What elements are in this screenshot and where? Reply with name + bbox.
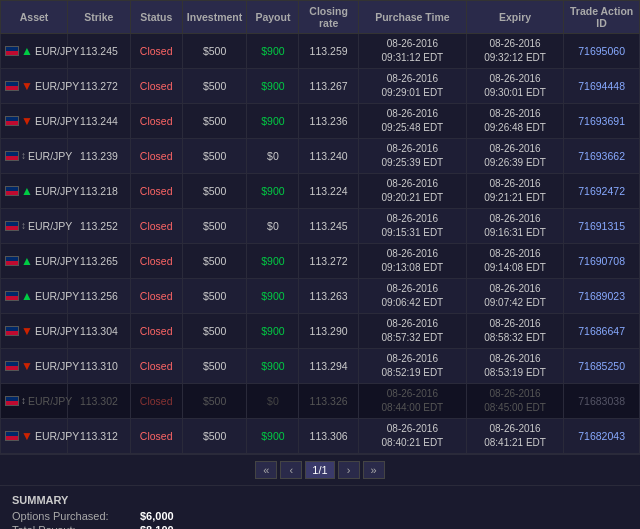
flag-icon [5, 291, 19, 301]
expiry-cell: 08-26-201608:53:19 EDT [466, 349, 563, 384]
flag-icon [5, 396, 19, 406]
options-purchased-row: Options Purchased: $6,000 [12, 510, 628, 522]
expiry-cell: 08-26-201609:21:21 EDT [466, 174, 563, 209]
asset-cell: ▲ EUR/JPY [1, 244, 68, 279]
direction-up-icon: ▲ [21, 44, 33, 58]
payout-cell: $900 [247, 104, 299, 139]
direction-down-icon: ▼ [21, 79, 33, 93]
purchase-time-cell: 08-26-201608:52:19 EDT [358, 349, 466, 384]
trade-id-cell: 71695060 [564, 34, 640, 69]
payout-cell: $900 [247, 174, 299, 209]
investment-cell: $500 [182, 244, 247, 279]
purchase-time-cell: 08-26-201609:13:08 EDT [358, 244, 466, 279]
table-row: ▼ EUR/JPY 113.310 Closed $500 $900 113.2… [1, 349, 640, 384]
col-header-status: Status [130, 1, 182, 34]
status-cell: Closed [130, 314, 182, 349]
last-page-button[interactable]: » [363, 461, 385, 479]
asset-cell: ↕ EUR/JPY [1, 139, 68, 174]
asset-cell: ▼ EUR/JPY [1, 349, 68, 384]
payout-cell: $900 [247, 279, 299, 314]
expiry-cell: 08-26-201609:30:01 EDT [466, 69, 563, 104]
direction-up-icon: ▲ [21, 254, 33, 268]
next-page-button[interactable]: › [338, 461, 360, 479]
expiry-cell: 08-26-201609:07:42 EDT [466, 279, 563, 314]
flag-icon [5, 361, 19, 371]
direction-neutral-icon: ↕ [21, 395, 26, 406]
trade-id-cell: 71686647 [564, 314, 640, 349]
table-row: ▼ EUR/JPY 113.304 Closed $500 $900 113.2… [1, 314, 640, 349]
closing-rate-cell: 113.224 [299, 174, 358, 209]
asset-name: EUR/JPY [35, 290, 79, 302]
direction-down-icon: ▼ [21, 114, 33, 128]
status-cell: Closed [130, 244, 182, 279]
purchase-time-cell: 08-26-201608:40:21 EDT [358, 419, 466, 454]
asset-name: EUR/JPY [35, 255, 79, 267]
expiry-cell: 08-26-201609:26:48 EDT [466, 104, 563, 139]
trade-id-cell: 71694448 [564, 69, 640, 104]
status-cell: Closed [130, 174, 182, 209]
direction-down-icon: ▼ [21, 359, 33, 373]
trade-id-cell: 71692472 [564, 174, 640, 209]
flag-icon [5, 151, 19, 161]
flag-icon [5, 431, 19, 441]
closing-rate-cell: 113.294 [299, 349, 358, 384]
asset-name: EUR/JPY [35, 45, 79, 57]
status-cell: Closed [130, 349, 182, 384]
closing-rate-cell: 113.272 [299, 244, 358, 279]
investment-cell: $500 [182, 69, 247, 104]
trade-id-cell: 71683038 [564, 384, 640, 419]
trade-id-cell: 71685250 [564, 349, 640, 384]
total-payout-row: Total Payout: $8,100 [12, 524, 628, 529]
payout-cell: $0 [247, 139, 299, 174]
col-header-investment: Investment [182, 1, 247, 34]
strike-cell: 113.302 [68, 384, 131, 419]
expiry-cell: 08-26-201609:14:08 EDT [466, 244, 563, 279]
prev-page-button[interactable]: ‹ [280, 461, 302, 479]
trade-id-cell: 71689023 [564, 279, 640, 314]
expiry-cell: 08-26-201608:58:32 EDT [466, 314, 563, 349]
investment-cell: $500 [182, 349, 247, 384]
col-header-tradeid: Trade Action ID [564, 1, 640, 34]
table-row: ▼ EUR/JPY 113.272 Closed $500 $900 113.2… [1, 69, 640, 104]
trade-id-cell: 71682043 [564, 419, 640, 454]
purchase-time-cell: 08-26-201609:15:31 EDT [358, 209, 466, 244]
status-cell: Closed [130, 209, 182, 244]
table-row: ▼ EUR/JPY 113.244 Closed $500 $900 113.2… [1, 104, 640, 139]
closing-rate-cell: 113.267 [299, 69, 358, 104]
col-header-asset: Asset [1, 1, 68, 34]
payout-cell: $0 [247, 209, 299, 244]
asset-cell: ▲ EUR/JPY [1, 34, 68, 69]
main-container: Asset Strike Status Investment Payout Cl… [0, 0, 640, 529]
closing-rate-cell: 113.240 [299, 139, 358, 174]
status-cell: Closed [130, 419, 182, 454]
strike-cell: 113.239 [68, 139, 131, 174]
status-cell: Closed [130, 34, 182, 69]
direction-neutral-icon: ↕ [21, 150, 26, 161]
direction-up-icon: ▲ [21, 289, 33, 303]
investment-cell: $500 [182, 139, 247, 174]
status-cell: Closed [130, 104, 182, 139]
asset-cell: ▲ EUR/JPY [1, 279, 68, 314]
first-page-button[interactable]: « [255, 461, 277, 479]
options-purchased-value: $6,000 [140, 510, 174, 522]
asset-cell: ▼ EUR/JPY [1, 314, 68, 349]
asset-cell: ▼ EUR/JPY [1, 69, 68, 104]
closing-rate-cell: 113.245 [299, 209, 358, 244]
table-row: ▲ EUR/JPY 113.245 Closed $500 $900 113.2… [1, 34, 640, 69]
table-row: ▼ EUR/JPY 113.312 Closed $500 $900 113.3… [1, 419, 640, 454]
investment-cell: $500 [182, 314, 247, 349]
pagination-bar: « ‹ 1/1 › » [0, 454, 640, 485]
flag-icon [5, 256, 19, 266]
asset-cell: ▼ EUR/JPY [1, 104, 68, 139]
direction-down-icon: ▼ [21, 429, 33, 443]
asset-name: EUR/JPY [35, 115, 79, 127]
payout-cell: $900 [247, 419, 299, 454]
investment-cell: $500 [182, 209, 247, 244]
payout-cell: $900 [247, 244, 299, 279]
flag-icon [5, 221, 19, 231]
flag-icon [5, 116, 19, 126]
trades-table: Asset Strike Status Investment Payout Cl… [0, 0, 640, 454]
asset-cell: ↕ EUR/JPY [1, 209, 68, 244]
col-header-closing: Closing rate [299, 1, 358, 34]
expiry-cell: 08-26-201609:32:12 EDT [466, 34, 563, 69]
